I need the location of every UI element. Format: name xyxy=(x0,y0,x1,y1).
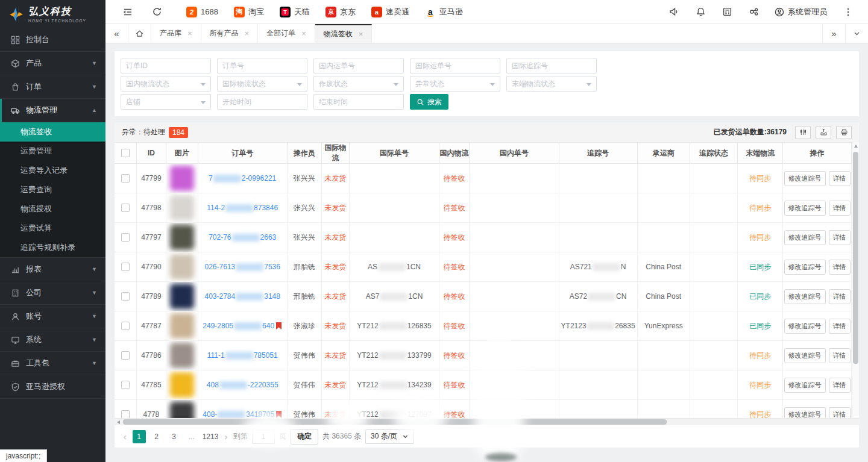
tab-all-orders[interactable]: 全部订单× xyxy=(258,24,315,43)
sidebar-item-logistics[interactable]: 物流管理 ▲ xyxy=(0,99,105,122)
order-number-link[interactable]: 408-3418705 xyxy=(200,410,285,418)
platform-link-tmall[interactable]: T 天猫 xyxy=(280,7,310,17)
edit-tracking-button[interactable]: 修改追踪号 xyxy=(784,319,826,334)
menu-fold-icon[interactable] xyxy=(118,7,138,17)
jump-page-input[interactable] xyxy=(252,429,275,444)
domestic-waybill-input[interactable] xyxy=(313,58,404,73)
share-link-icon[interactable] xyxy=(743,7,764,17)
sidebar-item-order[interactable]: 订单 ▼ xyxy=(0,75,105,99)
row-checkbox[interactable] xyxy=(121,263,130,271)
edit-tracking-button[interactable]: 修改追踪号 xyxy=(784,289,826,304)
last-mile-status-select[interactable]: 末端物流状态 xyxy=(506,76,597,92)
refresh-icon[interactable] xyxy=(146,7,167,17)
detail-button[interactable]: 详情 xyxy=(829,171,851,186)
detail-button[interactable]: 详情 xyxy=(829,260,851,275)
home-tab[interactable] xyxy=(128,24,151,43)
intl-tracking-input[interactable] xyxy=(506,58,597,73)
export-icon[interactable] xyxy=(816,126,831,139)
platform-link-1688[interactable]: 2 1688 xyxy=(186,7,218,17)
columns-filter-icon[interactable] xyxy=(795,126,811,139)
row-checkbox[interactable] xyxy=(121,233,130,242)
order-no-input[interactable] xyxy=(217,58,307,73)
platform-link-taobao[interactable]: 淘 淘宝 xyxy=(234,7,264,17)
tabs-scroll-right-icon[interactable]: » xyxy=(822,24,845,43)
sidebar-item-amazon-auth[interactable]: 亚马逊授权 xyxy=(0,375,105,399)
sidebar-subitem-tracking-rule[interactable]: 追踪号规则补录 xyxy=(0,238,105,257)
order-number-link[interactable]: 403-27843148 xyxy=(200,292,285,301)
sidebar-item-system[interactable]: 系统 ▼ xyxy=(0,328,105,352)
prev-page-icon[interactable]: ‹ xyxy=(122,432,128,442)
print-icon[interactable] xyxy=(836,126,852,139)
vertical-scrollbar[interactable] xyxy=(852,142,859,418)
edit-tracking-button[interactable]: 修改追踪号 xyxy=(784,378,826,393)
edit-tracking-button[interactable]: 修改追踪号 xyxy=(784,348,826,363)
detail-button[interactable]: 详情 xyxy=(829,407,851,419)
sidebar-item-toolkit[interactable]: 工具包 ▼ xyxy=(0,352,105,375)
sidebar-subitem-logistics-sign[interactable]: 物流签收 xyxy=(0,122,105,142)
search-button[interactable]: 搜索 xyxy=(410,94,448,110)
sidebar-item-account[interactable]: 账号 ▼ xyxy=(0,305,105,328)
shop-select[interactable]: 店铺 xyxy=(121,94,211,110)
tab-product-library[interactable]: 产品库× xyxy=(151,24,201,43)
tabs-menu-icon[interactable] xyxy=(845,24,868,43)
order-id-input[interactable] xyxy=(121,58,211,73)
tab-all-products[interactable]: 所有产品× xyxy=(201,24,259,43)
edit-tracking-button[interactable]: 修改追踪号 xyxy=(784,260,826,275)
edit-tracking-button[interactable]: 修改追踪号 xyxy=(784,230,826,245)
page-button-2[interactable]: 2 xyxy=(150,430,163,443)
platform-link-amazon[interactable]: a 亚马逊 xyxy=(425,7,463,17)
row-checkbox[interactable] xyxy=(121,381,130,389)
platform-link-jd[interactable]: 京 京东 xyxy=(326,7,356,17)
page-button-1[interactable]: 1 xyxy=(133,430,146,443)
sidebar-subitem-logistics-auth[interactable]: 物流授权 xyxy=(0,199,105,219)
row-checkbox[interactable] xyxy=(121,410,130,418)
close-icon[interactable]: × xyxy=(359,30,363,39)
detail-button[interactable]: 详情 xyxy=(829,348,851,363)
exception-status-select[interactable]: 异常状态 xyxy=(410,76,500,92)
scroll-left-icon[interactable] xyxy=(117,420,120,424)
row-checkbox[interactable] xyxy=(121,351,130,360)
void-status-select[interactable]: 作废状态 xyxy=(313,76,404,92)
user-menu[interactable]: 系统管理员 xyxy=(775,7,827,17)
close-icon[interactable]: × xyxy=(301,29,306,38)
sidebar-subitem-freight-trial[interactable]: 运费试算 xyxy=(0,219,105,238)
sidebar-subitem-freight-manage[interactable]: 运费管理 xyxy=(0,142,105,161)
sidebar-item-product[interactable]: 产品 ▼ xyxy=(0,52,105,75)
order-number-link[interactable]: 702-762663 xyxy=(200,233,285,242)
notification-bell-icon[interactable] xyxy=(690,7,711,17)
domestic-logistics-status-select[interactable]: 国内物流状态 xyxy=(121,76,211,92)
billing-panel-icon[interactable] xyxy=(717,7,737,17)
order-number-link[interactable]: 249-2805640 xyxy=(200,322,285,330)
detail-button[interactable]: 详情 xyxy=(829,230,851,245)
sidebar-item-report[interactable]: 报表 ▼ xyxy=(0,258,105,281)
detail-button[interactable]: 详情 xyxy=(829,319,851,334)
intl-waybill-input[interactable] xyxy=(410,58,500,73)
order-number-link[interactable]: 114-2873846 xyxy=(200,204,285,212)
start-time-input[interactable] xyxy=(217,94,307,110)
sidebar-item-company[interactable]: 公司 ▼ xyxy=(0,281,105,305)
edit-tracking-button[interactable]: 修改追踪号 xyxy=(784,407,826,419)
horizontal-scrollbar-thumb[interactable] xyxy=(123,419,667,425)
page-size-select[interactable]: 30 条/页 xyxy=(365,429,414,444)
close-icon[interactable]: × xyxy=(245,29,250,38)
detail-button[interactable]: 详情 xyxy=(829,289,851,304)
scroll-up-icon[interactable] xyxy=(854,145,858,148)
row-checkbox[interactable] xyxy=(121,292,130,301)
order-number-link[interactable]: 72-0996221 xyxy=(200,174,285,183)
edit-tracking-button[interactable]: 修改追踪号 xyxy=(784,201,826,216)
row-checkbox[interactable] xyxy=(121,204,130,212)
row-checkbox[interactable] xyxy=(121,322,130,330)
page-button-1213[interactable]: 1213 xyxy=(203,430,219,443)
edit-tracking-button[interactable]: 修改追踪号 xyxy=(784,171,826,186)
tab-logistics-sign[interactable]: 物流签收× xyxy=(315,24,373,43)
page-button-3[interactable]: 3 xyxy=(168,430,181,443)
pending-count-badge[interactable]: 184 xyxy=(169,127,188,138)
more-vertical-icon[interactable] xyxy=(838,7,858,17)
row-checkbox[interactable] xyxy=(121,174,130,183)
order-number-link[interactable]: 026-76137536 xyxy=(200,263,285,271)
vertical-scrollbar-thumb[interactable] xyxy=(853,152,858,364)
order-number-link[interactable]: 408-2220355 xyxy=(200,381,285,389)
announcement-icon[interactable] xyxy=(664,7,684,17)
confirm-jump-button[interactable]: 确定 xyxy=(291,429,318,445)
horizontal-scrollbar[interactable] xyxy=(115,418,859,425)
